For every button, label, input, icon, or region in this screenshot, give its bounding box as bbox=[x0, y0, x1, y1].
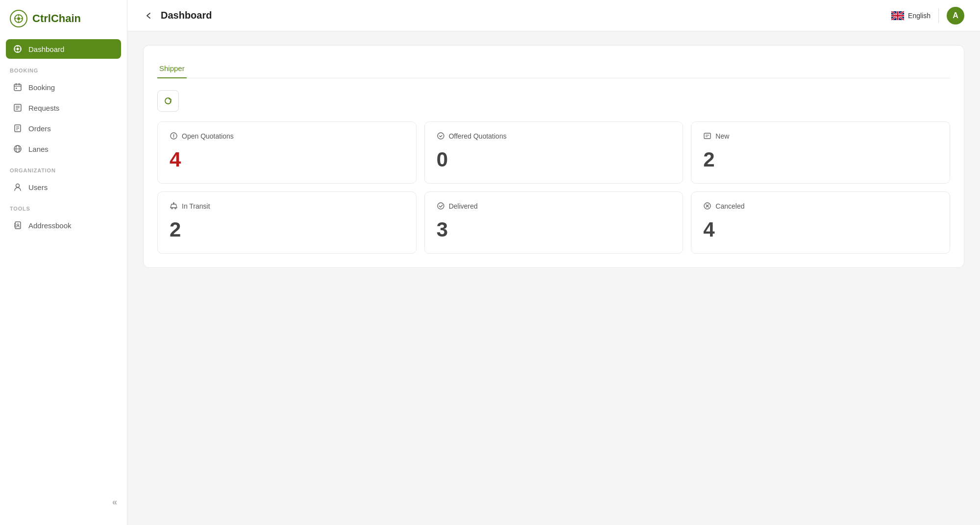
svg-point-7 bbox=[17, 48, 19, 50]
sidebar-item-users[interactable]: Users bbox=[6, 177, 121, 197]
stat-card-open-quotations[interactable]: Open Quotations 4 bbox=[157, 121, 416, 184]
canceled-icon bbox=[703, 202, 711, 210]
in-transit-value: 2 bbox=[170, 218, 404, 241]
svg-point-37 bbox=[438, 133, 444, 139]
svg-point-33 bbox=[17, 224, 19, 226]
open-quotations-label: Open Quotations bbox=[182, 132, 234, 140]
stat-card-canceled[interactable]: Canceled 4 bbox=[691, 191, 950, 254]
header-left: Dashboard bbox=[143, 10, 212, 21]
svg-rect-16 bbox=[16, 88, 17, 89]
svg-point-44 bbox=[438, 203, 444, 209]
refresh-icon bbox=[164, 96, 172, 105]
main-content: Shipper bbox=[127, 31, 980, 525]
stat-header-canceled: Canceled bbox=[703, 202, 938, 210]
canceled-label: Canceled bbox=[715, 202, 744, 210]
svg-point-1 bbox=[17, 17, 20, 20]
section-label-organization: ORGANIZATION bbox=[6, 160, 121, 177]
new-icon bbox=[703, 132, 711, 140]
delivered-label: Delivered bbox=[449, 202, 478, 210]
delivered-icon bbox=[437, 202, 445, 210]
language-label: English bbox=[908, 12, 931, 20]
new-label: New bbox=[715, 132, 729, 140]
sidebar-item-requests[interactable]: Requests bbox=[6, 98, 121, 118]
offered-quotations-label: Offered Quotations bbox=[449, 132, 507, 140]
open-quotations-icon bbox=[170, 132, 178, 140]
tab-shipper[interactable]: Shipper bbox=[157, 59, 187, 78]
svg-point-42 bbox=[172, 208, 172, 209]
offered-quotations-value: 0 bbox=[437, 148, 671, 171]
sidebar-item-label-dashboard: Dashboard bbox=[28, 45, 64, 53]
header-right: English A bbox=[891, 7, 964, 24]
new-value: 2 bbox=[703, 148, 938, 171]
app-name: CtrlChain bbox=[32, 12, 81, 25]
dashboard-card: Shipper bbox=[143, 45, 964, 268]
sidebar-item-label-lanes: Lanes bbox=[28, 145, 49, 153]
sidebar-item-booking[interactable]: Booking bbox=[6, 77, 121, 97]
sidebar-item-label-requests: Requests bbox=[28, 104, 59, 112]
sidebar-item-label-orders: Orders bbox=[28, 124, 51, 133]
header: Dashboard English A bbox=[127, 0, 980, 31]
stat-card-new[interactable]: New 2 bbox=[691, 121, 950, 184]
stat-card-in-transit[interactable]: In Transit 2 bbox=[157, 191, 416, 254]
user-avatar[interactable]: A bbox=[947, 7, 964, 24]
sidebar-item-label-addressbook: Addressbook bbox=[28, 221, 72, 230]
open-quotations-value: 4 bbox=[170, 148, 404, 171]
logo-area: CtrlChain bbox=[0, 10, 127, 39]
svg-rect-38 bbox=[704, 133, 710, 139]
svg-point-36 bbox=[173, 137, 174, 138]
sidebar: CtrlChain Dashboard BOOKING bbox=[0, 0, 127, 525]
lanes-icon bbox=[13, 144, 23, 154]
svg-rect-29 bbox=[15, 222, 21, 229]
refresh-button[interactable] bbox=[157, 90, 179, 112]
stat-header-new: New bbox=[703, 132, 938, 140]
sidebar-item-label-users: Users bbox=[28, 183, 48, 191]
sidebar-item-orders[interactable]: Orders bbox=[6, 119, 121, 138]
svg-point-43 bbox=[175, 208, 176, 209]
sidebar-collapse-area: « bbox=[0, 489, 127, 515]
dashboard-icon bbox=[13, 44, 23, 54]
back-button[interactable] bbox=[143, 10, 154, 21]
language-selector[interactable]: English bbox=[891, 11, 931, 20]
canceled-value: 4 bbox=[703, 218, 938, 241]
in-transit-label: In Transit bbox=[182, 202, 210, 210]
section-label-tools: TOOLS bbox=[6, 198, 121, 215]
tab-row: Shipper bbox=[157, 59, 950, 78]
offered-quotations-icon bbox=[437, 132, 445, 140]
flag-icon bbox=[891, 11, 904, 20]
section-label-booking: BOOKING bbox=[6, 60, 121, 77]
stats-grid: Open Quotations 4 Offered Quotations bbox=[157, 121, 950, 254]
stat-header-in-transit: In Transit bbox=[170, 202, 404, 210]
stat-header-offered-quotations: Offered Quotations bbox=[437, 132, 671, 140]
user-icon bbox=[13, 182, 23, 192]
orders-icon bbox=[13, 123, 23, 133]
sidebar-item-lanes[interactable]: Lanes bbox=[6, 139, 121, 159]
logo-icon bbox=[10, 10, 27, 27]
header-divider bbox=[938, 8, 939, 23]
stat-header-open-quotations: Open Quotations bbox=[170, 132, 404, 140]
sidebar-item-dashboard[interactable]: Dashboard bbox=[6, 39, 121, 59]
page-title: Dashboard bbox=[161, 10, 212, 21]
main-area: Dashboard English A Shipper bbox=[127, 0, 980, 525]
delivered-value: 3 bbox=[437, 218, 671, 241]
calendar-icon bbox=[13, 82, 23, 92]
requests-icon bbox=[13, 103, 23, 113]
sidebar-item-label-booking: Booking bbox=[28, 83, 55, 92]
stat-card-delivered[interactable]: Delivered 3 bbox=[424, 191, 684, 254]
collapse-button[interactable]: « bbox=[112, 497, 117, 507]
svg-rect-12 bbox=[14, 84, 21, 91]
addressbook-icon bbox=[13, 220, 23, 230]
stat-card-offered-quotations[interactable]: Offered Quotations 0 bbox=[424, 121, 684, 184]
svg-point-28 bbox=[16, 184, 20, 188]
in-transit-icon bbox=[170, 202, 178, 210]
sidebar-item-addressbook[interactable]: Addressbook bbox=[6, 215, 121, 235]
sidebar-nav: Dashboard BOOKING Booking bbox=[0, 39, 127, 489]
stat-header-delivered: Delivered bbox=[437, 202, 671, 210]
